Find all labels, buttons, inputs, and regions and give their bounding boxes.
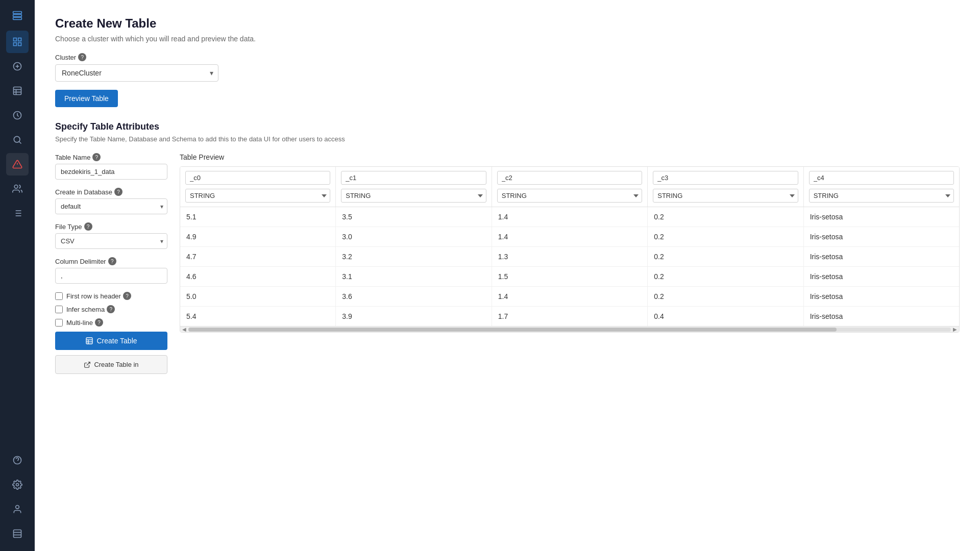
- cell-0-3: 0.2: [648, 207, 803, 227]
- cell-3-3: 0.2: [648, 267, 803, 287]
- horizontal-scrollbar[interactable]: ◀ ▶: [180, 326, 959, 332]
- main-content: Create New Table Choose a cluster with w…: [35, 0, 980, 551]
- cluster-field: Cluster ? RoneCluster ▾: [55, 53, 960, 82]
- infer-schema-label[interactable]: Infer schema ?: [66, 305, 115, 313]
- cell-0-0: 5.1: [180, 207, 336, 227]
- cell-1-0: 4.9: [180, 227, 336, 247]
- create-table-button[interactable]: Create Table: [55, 332, 167, 350]
- cluster-help-icon[interactable]: ?: [78, 53, 86, 61]
- page-title: Create New Table: [55, 16, 960, 31]
- table-body: 5.13.51.40.2Iris-setosa4.93.01.40.2Iris-…: [180, 207, 959, 327]
- file-type-help-icon[interactable]: ?: [84, 222, 92, 231]
- sidebar-item-people[interactable]: [6, 178, 29, 200]
- sidebar-item-search[interactable]: [6, 129, 29, 151]
- column-delimiter-label: Column Delimiter ?: [55, 257, 167, 265]
- svg-line-16: [19, 142, 21, 144]
- sidebar-item-history[interactable]: [6, 104, 29, 127]
- sidebar-item-tables[interactable]: [6, 80, 29, 102]
- sidebar-bottom: [6, 449, 29, 545]
- col-name-input-4[interactable]: [809, 171, 954, 185]
- col-type-cell-3: STRINGINTEGERDOUBLEBOOLEANDATE: [648, 187, 803, 207]
- sidebar-item-list[interactable]: [6, 202, 29, 224]
- svg-rect-4: [18, 38, 21, 41]
- logo[interactable]: [8, 6, 27, 24]
- infer-schema-checkbox[interactable]: [55, 306, 63, 313]
- sidebar-item-alerts[interactable]: [6, 153, 29, 176]
- cell-4-4: Iris-setosa: [803, 287, 959, 307]
- svg-rect-2: [13, 17, 22, 19]
- column-delimiter-help-icon[interactable]: ?: [108, 257, 116, 265]
- scroll-left-arrow[interactable]: ◀: [182, 327, 186, 332]
- svg-rect-33: [86, 338, 92, 344]
- table-container[interactable]: STRINGINTEGERDOUBLEBOOLEANDATESTRINGINTE…: [180, 166, 960, 333]
- cell-4-1: 3.6: [336, 287, 492, 307]
- col-name-cell-1: [336, 167, 492, 187]
- cell-5-1: 3.9: [336, 307, 492, 327]
- first-row-header-group: First row is header ?: [55, 292, 167, 300]
- file-type-select[interactable]: CSV JSON Parquet: [55, 233, 167, 249]
- svg-rect-30: [14, 530, 21, 538]
- sidebar-item-notebook[interactable]: [6, 522, 29, 545]
- specify-section-title: Specify Table Attributes: [55, 121, 960, 132]
- col-name-input-1[interactable]: [341, 171, 486, 185]
- col-type-select-3[interactable]: STRINGINTEGERDOUBLEBOOLEANDATE: [653, 189, 798, 203]
- sidebar-item-new[interactable]: [6, 55, 29, 78]
- multi-line-help-icon[interactable]: ?: [95, 318, 103, 327]
- scroll-track: [188, 328, 951, 332]
- svg-line-37: [87, 362, 90, 365]
- create-in-database-select[interactable]: default: [55, 198, 167, 214]
- cell-5-4: Iris-setosa: [803, 307, 959, 327]
- specify-section-desc: Specify the Table Name, Database and Sch…: [55, 135, 960, 143]
- sidebar-item-dashboard[interactable]: [6, 31, 29, 53]
- table-row: 5.13.51.40.2Iris-setosa: [180, 207, 959, 227]
- table-row: 4.73.21.30.2Iris-setosa: [180, 247, 959, 267]
- table-name-help-icon[interactable]: ?: [92, 153, 101, 161]
- first-row-header-checkbox[interactable]: [55, 292, 63, 300]
- cell-1-2: 1.4: [492, 227, 647, 247]
- multi-line-checkbox[interactable]: [55, 319, 63, 327]
- multi-line-label[interactable]: Multi-line ?: [66, 318, 103, 327]
- first-row-header-help-icon[interactable]: ?: [123, 292, 131, 300]
- column-delimiter-input[interactable]: [55, 268, 167, 284]
- svg-rect-1: [13, 14, 22, 16]
- cell-0-1: 3.5: [336, 207, 492, 227]
- cell-0-4: Iris-setosa: [803, 207, 959, 227]
- infer-schema-help-icon[interactable]: ?: [107, 305, 115, 313]
- page-subtitle: Choose a cluster with which you will rea…: [55, 35, 960, 43]
- col-name-cell-0: [180, 167, 336, 187]
- scroll-thumb: [188, 328, 837, 332]
- svg-rect-3: [14, 38, 17, 41]
- two-column-layout: Table Name ? Create in Database ? defaul…: [55, 153, 960, 374]
- sidebar-item-user[interactable]: [6, 498, 29, 520]
- column-delimiter-field: Column Delimiter ?: [55, 257, 167, 284]
- sidebar-item-settings[interactable]: [6, 473, 29, 496]
- cell-3-1: 3.1: [336, 267, 492, 287]
- col-type-select-1[interactable]: STRINGINTEGERDOUBLEBOOLEANDATE: [341, 189, 486, 203]
- col-type-select-4[interactable]: STRINGINTEGERDOUBLEBOOLEANDATE: [809, 189, 954, 203]
- sidebar-item-help[interactable]: [6, 449, 29, 471]
- col-header-row: [180, 167, 959, 187]
- col-name-input-2[interactable]: [497, 171, 642, 185]
- cell-5-3: 0.4: [648, 307, 803, 327]
- file-type-field: File Type ? CSV JSON Parquet: [55, 222, 167, 249]
- cell-2-1: 3.2: [336, 247, 492, 267]
- create-table-in-notebook-button[interactable]: Create Table in: [55, 355, 167, 374]
- svg-rect-10: [14, 87, 21, 95]
- table-name-input[interactable]: [55, 164, 167, 180]
- preview-table-button[interactable]: Preview Table: [55, 90, 118, 107]
- col-type-select-0[interactable]: STRINGINTEGERDOUBLEBOOLEANDATE: [185, 189, 330, 203]
- cluster-select[interactable]: RoneCluster: [55, 64, 218, 82]
- first-row-header-label[interactable]: First row is header ?: [66, 292, 131, 300]
- create-in-database-help-icon[interactable]: ?: [114, 188, 122, 196]
- col-name-input-0[interactable]: [185, 171, 330, 185]
- cell-0-2: 1.4: [492, 207, 647, 227]
- col-type-row: STRINGINTEGERDOUBLEBOOLEANDATESTRINGINTE…: [180, 187, 959, 207]
- col-name-input-3[interactable]: [653, 171, 798, 185]
- file-type-label: File Type ?: [55, 222, 167, 231]
- col-type-select-2[interactable]: STRINGINTEGERDOUBLEBOOLEANDATE: [497, 189, 642, 203]
- col-name-cell-3: [648, 167, 803, 187]
- table-icon: [85, 337, 93, 345]
- scroll-right-arrow[interactable]: ▶: [953, 327, 957, 332]
- sidebar: [0, 0, 35, 551]
- preview-table: STRINGINTEGERDOUBLEBOOLEANDATESTRINGINTE…: [180, 167, 959, 326]
